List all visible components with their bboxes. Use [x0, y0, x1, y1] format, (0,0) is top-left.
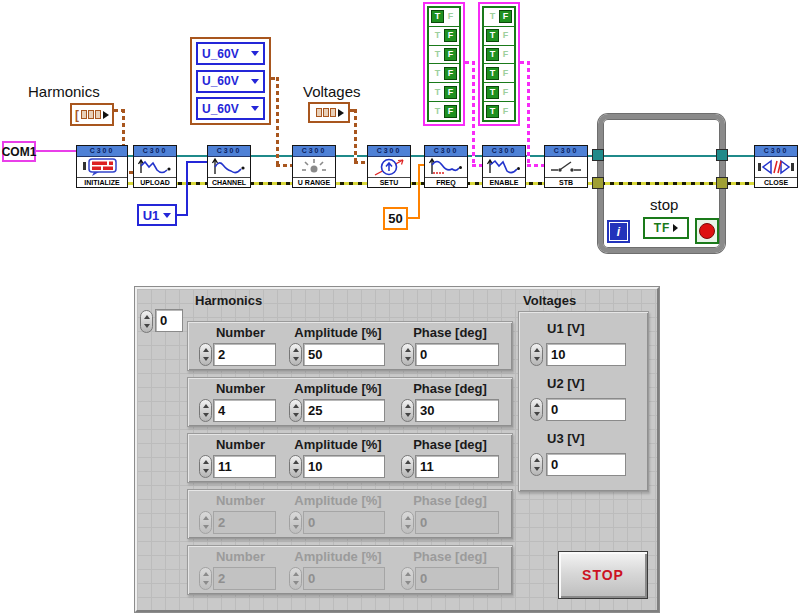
- bool-element[interactable]: TF: [429, 64, 459, 82]
- phase-field[interactable]: [415, 455, 499, 478]
- voltage-spinner[interactable]: [530, 453, 543, 476]
- switch-icon: [545, 157, 587, 177]
- visa-resource-constant[interactable]: COM1: [2, 141, 36, 162]
- voltage-field-u3[interactable]: [546, 453, 626, 476]
- node-label: ENABLE: [483, 177, 525, 187]
- voltage-spinner[interactable]: [530, 343, 543, 366]
- phase-field[interactable]: [415, 343, 499, 366]
- enum-item-u60v[interactable]: U_60V: [196, 42, 265, 65]
- amplitude-spinner[interactable]: [289, 399, 302, 422]
- number-spinner[interactable]: [199, 455, 212, 478]
- bool-element[interactable]: TF: [484, 27, 514, 45]
- voltage-spinner[interactable]: [530, 398, 543, 421]
- bool-element[interactable]: TF: [429, 46, 459, 64]
- number-spinner: [199, 511, 212, 534]
- voltage-field-u2[interactable]: [546, 398, 626, 421]
- number-field: [213, 511, 276, 534]
- voltage-range-array-constant[interactable]: U_60V U_60V U_60V: [190, 37, 271, 125]
- range-array-wire[interactable]: [276, 164, 293, 167]
- phase-header: Phase [deg]: [400, 549, 500, 564]
- number-field[interactable]: [213, 455, 276, 478]
- stop-boolean-terminal[interactable]: TF: [643, 217, 689, 239]
- bool-element[interactable]: TF: [429, 102, 459, 120]
- bool-element[interactable]: TF: [429, 8, 459, 26]
- enum-item-u60v[interactable]: U_60V: [196, 97, 265, 120]
- loop-tunnel[interactable]: [716, 177, 728, 189]
- bool-element[interactable]: TF: [484, 102, 514, 120]
- bool-element[interactable]: TF: [429, 27, 459, 45]
- bool-array-constant-left[interactable]: TFTFTFTFTFTF: [423, 2, 465, 126]
- bool-array-wire-right[interactable]: [527, 61, 530, 167]
- amplitude-spinner[interactable]: [289, 343, 302, 366]
- voltages-constant-label: Voltages: [303, 83, 361, 100]
- number-spinner[interactable]: [199, 343, 212, 366]
- node-close[interactable]: C300 CLOSE: [754, 145, 798, 188]
- node-header: C300: [755, 146, 797, 157]
- phase-field[interactable]: [415, 399, 499, 422]
- node-channel[interactable]: C300 CHANNEL: [207, 145, 251, 188]
- harmonic-row: Number Amplitude [%] Phase [deg]: [187, 377, 513, 427]
- range-array-wire[interactable]: [276, 77, 279, 167]
- node-freq[interactable]: C300 FREQ: [424, 145, 468, 188]
- stop-button[interactable]: STOP: [558, 551, 648, 599]
- channel-enum-constant[interactable]: U1: [137, 204, 177, 226]
- bool-element[interactable]: TF: [484, 64, 514, 82]
- number-spinner[interactable]: [199, 399, 212, 422]
- com-port-wire[interactable]: [36, 150, 76, 152]
- node-upload[interactable]: C300 UPLOAD: [133, 145, 177, 188]
- phase-spinner[interactable]: [401, 343, 414, 366]
- loop-condition-terminal[interactable]: [695, 218, 719, 244]
- channel-enum-wire[interactable]: [186, 161, 208, 163]
- node-enable[interactable]: C300 ENABLE: [482, 145, 526, 188]
- voltages-wire[interactable]: [354, 161, 368, 164]
- voltage-label: U2 [V]: [547, 376, 585, 391]
- bool-array-wire-left[interactable]: [472, 61, 475, 167]
- frequency-constant[interactable]: 50: [383, 207, 408, 230]
- bool-element[interactable]: TF: [484, 46, 514, 64]
- voltage-label: U1 [V]: [547, 321, 585, 336]
- bool-value-active: T: [486, 67, 499, 80]
- voltage-field-u1[interactable]: [546, 343, 626, 366]
- harmonic-row: Number Amplitude [%] Phase [deg]: [187, 433, 513, 483]
- node-urange[interactable]: C300 U RANGE: [292, 145, 336, 188]
- number-field[interactable]: [213, 399, 276, 422]
- bool-element[interactable]: TF: [484, 83, 514, 101]
- bool-element[interactable]: TF: [484, 8, 514, 26]
- voltages-array-constant[interactable]: [308, 102, 350, 123]
- node-label: STB: [545, 177, 587, 187]
- dropdown-arrow-icon: [251, 106, 259, 111]
- loop-tunnel[interactable]: [592, 149, 604, 161]
- frequency-wire[interactable]: [418, 164, 420, 219]
- node-initialize[interactable]: C300 INITIALIZE: [76, 145, 128, 188]
- bool-array-cells: TFTFTFTFTFTF: [427, 6, 461, 122]
- amplitude-field[interactable]: [303, 399, 385, 422]
- loop-tunnel[interactable]: [716, 149, 728, 161]
- loop-tunnel[interactable]: [592, 177, 604, 189]
- number-field[interactable]: [213, 343, 276, 366]
- harmonics-array-constant[interactable]: [: [70, 103, 114, 126]
- array-index-spinner[interactable]: [140, 310, 153, 333]
- amplitude-field[interactable]: [303, 455, 385, 478]
- bool-array-constant-right[interactable]: TFTFTFTFTFTF: [478, 2, 520, 126]
- array-arrow-icon: [338, 109, 344, 117]
- amplitude-field[interactable]: [303, 343, 385, 366]
- array-index-field[interactable]: [155, 309, 183, 332]
- phase-spinner[interactable]: [401, 455, 414, 478]
- harmonic-row-disabled: Number Amplitude [%] Phase [deg]: [187, 489, 513, 539]
- node-stb[interactable]: C300 STB: [544, 145, 588, 188]
- channel-enum-wire[interactable]: [186, 161, 188, 216]
- node-header: C300: [545, 146, 587, 157]
- bool-value-ghost: T: [431, 48, 444, 61]
- iteration-terminal[interactable]: i: [607, 220, 630, 243]
- amplitude-spinner[interactable]: [289, 455, 302, 478]
- node-setu[interactable]: C300 SETU: [367, 145, 411, 188]
- amplitude-header: Amplitude [%]: [288, 549, 388, 564]
- bool-value-ghost: T: [486, 10, 499, 23]
- phase-spinner[interactable]: [401, 399, 414, 422]
- bool-element[interactable]: TF: [429, 83, 459, 101]
- enum-item-u60v[interactable]: U_60V: [196, 70, 265, 93]
- frequency-waveform-icon: [425, 157, 467, 177]
- number-header: Number: [198, 325, 283, 340]
- voltages-wire[interactable]: [354, 109, 357, 164]
- bool-array-wire-right[interactable]: [527, 164, 545, 167]
